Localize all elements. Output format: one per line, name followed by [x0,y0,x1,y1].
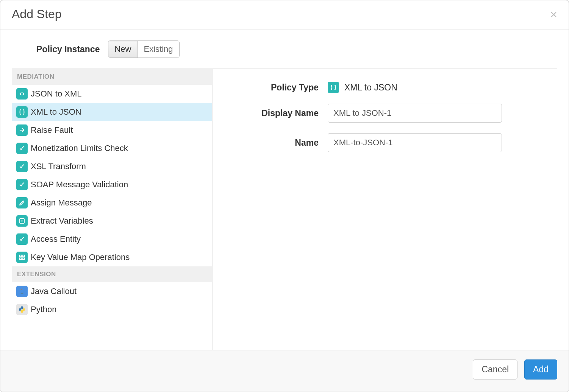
modal-footer: Cancel Add [0,350,569,392]
policy-item-label: Assign Message [31,198,92,208]
policy-item[interactable]: Assign Message [12,194,212,212]
check-icon [16,143,28,154]
policy-item[interactable]: Java Callout [12,282,212,300]
policy-item[interactable]: XML to JSON [12,103,212,121]
policy-type-value-wrap: XML to JSON [328,82,397,93]
check-icon [16,179,28,190]
policy-instance-label: Policy Instance [36,44,100,54]
policy-item-label: XSL Transform [31,162,86,171]
policy-item-label: Access Entity [31,234,81,244]
arrow-icon [16,124,28,136]
close-icon[interactable]: × [550,8,557,20]
modal-header: Add Step × [0,0,569,30]
policy-item-label: XML to JSON [31,107,81,117]
java-icon [16,286,28,297]
instance-new-button[interactable]: New [108,41,137,58]
policy-item[interactable]: Access Entity [12,230,212,248]
svg-rect-2 [22,255,25,257]
pencil-icon [16,197,28,208]
name-row: Name [228,133,542,152]
display-name-row: Display Name [228,104,542,123]
policy-item[interactable]: Key Value Map Operations [12,248,212,266]
check-icon [16,233,28,245]
policy-item-label: Monetization Limits Check [31,143,128,153]
braces-icon [328,82,339,93]
policy-instance-row: Policy Instance New Existing [0,30,569,68]
python-icon [16,304,28,315]
policy-item[interactable]: Extract Variables [12,212,212,230]
policy-item[interactable]: Raise Fault [12,121,212,139]
display-name-input[interactable] [328,104,502,123]
extract-icon [16,215,28,227]
category-header: EXTENSION [12,266,212,282]
modal-body: Policy Instance New Existing MEDIATIONJS… [0,30,569,350]
check-icon [16,161,28,172]
modal-title: Add Step [12,7,62,21]
policy-item[interactable]: JSON to XML [12,85,212,103]
policy-details-pane: Policy Type XML to JSON Display Name [213,69,557,350]
policy-item-label: Key Value Map Operations [31,252,130,262]
policy-item[interactable]: Python [12,300,212,319]
svg-rect-4 [22,258,25,260]
add-step-modal: Add Step × Policy Instance New Existing … [0,0,569,392]
policy-list-pane[interactable]: MEDIATIONJSON to XMLXML to JSONRaise Fau… [12,69,213,350]
svg-rect-1 [19,255,22,257]
name-label: Name [228,138,319,148]
add-button[interactable]: Add [524,359,557,380]
braces-icon [16,106,28,118]
policy-item[interactable]: SOAP Message Validation [12,176,212,194]
svg-rect-3 [19,258,22,260]
policy-item-label: SOAP Message Validation [31,180,128,190]
policy-type-label: Policy Type [228,82,319,93]
display-name-label: Display Name [228,108,319,118]
policy-type-row: Policy Type XML to JSON [228,82,542,93]
category-header: MEDIATION [12,69,212,85]
policy-type-value: XML to JSON [344,82,397,93]
instance-toggle-group: New Existing [108,40,179,58]
policy-item-label: Java Callout [31,286,77,296]
name-input[interactable] [328,133,502,152]
content-split: MEDIATIONJSON to XMLXML to JSONRaise Fau… [12,68,557,350]
policy-item-label: JSON to XML [31,89,81,99]
instance-existing-button[interactable]: Existing [137,41,179,58]
policy-item[interactable]: Monetization Limits Check [12,139,212,157]
policy-item-label: Raise Fault [31,125,73,135]
policy-item[interactable]: XSL Transform [12,157,212,176]
policy-item-label: Extract Variables [31,216,93,226]
kvm-icon [16,252,28,263]
code-icon [16,88,28,100]
policy-item-label: Python [31,305,57,314]
cancel-button[interactable]: Cancel [473,359,517,380]
